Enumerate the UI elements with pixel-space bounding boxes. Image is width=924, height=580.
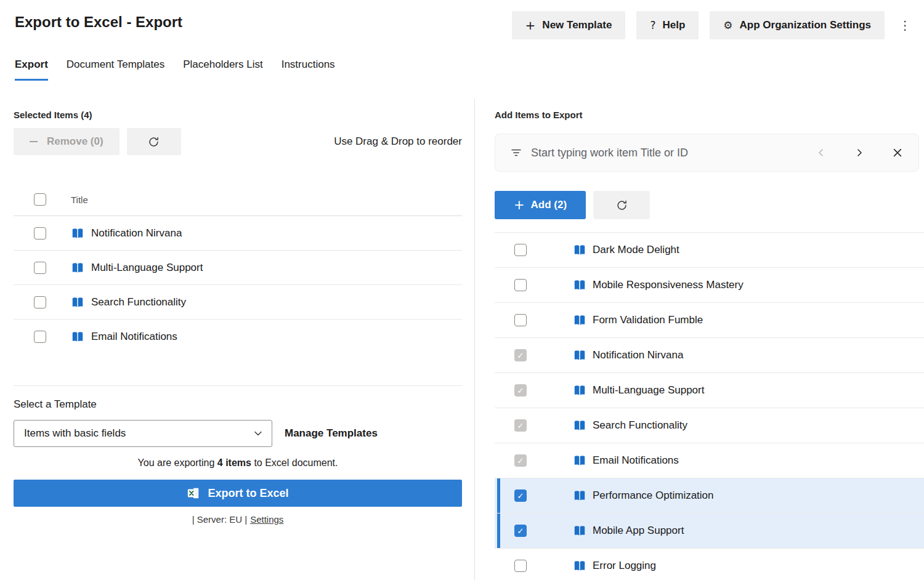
book-icon [573,384,586,397]
tab-instructions[interactable]: Instructions [282,58,335,81]
help-button[interactable]: ? Help [636,11,699,39]
app-organization-settings-button[interactable]: ⚙ App Organization Settings [710,11,885,39]
row-checkbox[interactable] [514,244,527,256]
work-item-row[interactable]: ✓ Email Notifications [495,443,924,478]
clear-search-button[interactable] [889,142,906,163]
book-icon [573,419,586,432]
work-item-title: Mobile App Support [593,525,684,537]
work-item-title: Multi-Language Support [593,384,704,397]
check-icon: ✓ [517,527,524,535]
manage-templates-button[interactable]: Manage Templates [285,427,378,440]
next-result-button[interactable] [851,142,868,163]
book-icon [573,348,586,362]
tab-bar: Export Document Templates Placeholders L… [15,58,335,81]
plus-icon: + [514,198,525,212]
more-options-button[interactable]: ⋮ [896,11,914,39]
search-input[interactable] [531,147,798,159]
gear-icon: ⚙ [723,19,732,31]
chevron-right-icon [854,148,864,158]
select-all-checkbox[interactable] [34,193,46,206]
template-select[interactable]: Items with basic fields [14,420,272,447]
table-row[interactable]: Email Notifications [14,320,462,354]
add-button[interactable]: + Add (2) [495,191,586,219]
chevron-left-icon [816,148,826,158]
plus-icon: + [525,18,536,33]
new-template-label: New Template [542,19,612,31]
book-icon [573,278,586,292]
book-icon [573,454,586,467]
row-checkbox-disabled: ✓ [514,419,527,432]
book-icon [71,296,84,309]
check-icon: ✓ [517,422,524,430]
refresh-items-button[interactable] [593,191,650,219]
previous-result-button[interactable] [813,142,830,163]
row-checkbox-disabled: ✓ [514,454,527,467]
row-checkbox[interactable] [34,296,46,308]
remove-label: Remove (0) [47,135,103,148]
book-icon [573,524,586,538]
work-item-title: Search Functionality [91,296,186,308]
check-icon: ✓ [517,352,524,360]
row-checkbox[interactable] [34,262,46,274]
selected-items-title: Selected Items (4) [14,110,462,120]
table-row[interactable]: Search Functionality [14,285,462,320]
table-row[interactable]: Multi-Language Support [14,251,462,285]
tab-document-templates[interactable]: Document Templates [67,58,164,81]
tab-placeholders-list[interactable]: Placeholders List [183,58,262,81]
header-actions: + New Template ? Help ⚙ App Organization… [512,11,914,39]
work-item-row[interactable]: ✓ Multi-Language Support [495,373,924,408]
settings-link[interactable]: Settings [250,514,283,525]
work-item-title: Mobile Responsiveness Mastery [593,279,744,291]
title-column-header: Title [71,195,88,205]
work-item-list: Dark Mode Delight Mobile Responsiveness … [495,232,924,580]
remove-button[interactable]: Remove (0) [14,128,120,155]
export-button-label: Export to Excel [208,487,288,500]
new-template-button[interactable]: + New Template [512,11,626,39]
work-item-title: Notification Nirvana [91,227,182,240]
filter-icon [510,147,522,159]
row-checkbox-disabled: ✓ [514,384,527,397]
work-item-title: Search Functionality [593,419,687,432]
export-to-excel-button[interactable]: Export to Excel [14,480,462,507]
row-checkbox[interactable] [514,560,527,572]
row-checkbox[interactable] [514,279,527,291]
work-item-title: Form Validation Fumble [593,314,703,326]
select-template-label: Select a Template [14,398,462,411]
app-organization-settings-label: App Organization Settings [740,19,871,31]
work-item-row-selected[interactable]: ✓ Mobile App Support [495,514,924,549]
minus-icon [30,141,38,142]
row-checkbox[interactable] [34,227,46,240]
server-info: | Server: EU |Settings [14,514,462,525]
row-checkbox[interactable]: ✓ [514,525,527,537]
close-icon [893,148,902,158]
search-nav [813,142,906,163]
work-item-row[interactable]: ✓ Search Functionality [495,408,924,443]
add-toolbar: + Add (2) [495,191,924,219]
row-checkbox[interactable] [514,314,527,326]
work-item-row[interactable]: Mobile Responsiveness Mastery [495,268,924,303]
work-item-row[interactable]: ✓ Notification Nirvana [495,338,924,373]
book-icon [573,243,586,257]
row-checkbox[interactable] [34,331,46,343]
work-item-row[interactable]: Dark Mode Delight [495,233,924,268]
help-label: Help [662,19,685,31]
add-items-panel: Add Items to Export [495,110,924,580]
row-checkbox[interactable]: ✓ [514,489,527,502]
refresh-icon [148,136,160,148]
work-item-row[interactable]: Error Logging [495,549,924,580]
refresh-selected-button[interactable] [127,128,181,155]
table-row[interactable]: Notification Nirvana [14,216,462,251]
work-item-row-selected[interactable]: ✓ Performance Optimization [495,478,924,514]
work-item-title: Notification Nirvana [593,349,683,361]
work-item-title: Performance Optimization [593,489,714,502]
selected-items-toolbar: Remove (0) Use Drag & Drop to reorder [14,128,462,155]
work-item-row[interactable]: Form Validation Fumble [495,303,924,338]
question-icon: ? [650,19,655,31]
tab-export[interactable]: Export [15,58,48,81]
check-icon: ✓ [517,492,524,500]
page-title: Export to Excel - Export [15,14,182,31]
work-item-title: Email Notifications [593,454,679,467]
work-item-title: Error Logging [593,560,656,572]
work-item-title: Multi-Language Support [91,262,203,274]
book-icon [71,261,84,275]
